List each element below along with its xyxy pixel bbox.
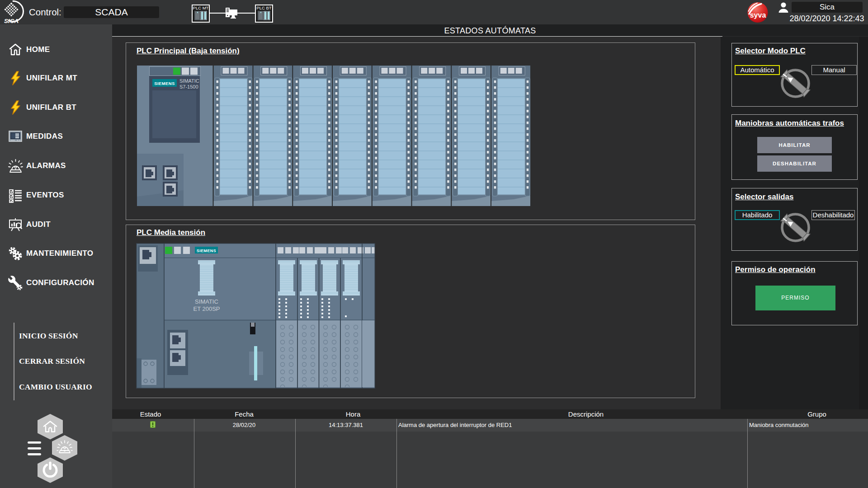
svg-text:SIMATIC: SIMATIC bbox=[195, 298, 218, 305]
svg-text:SIEMENS: SIEMENS bbox=[197, 249, 216, 253]
svg-text:ET 200SP: ET 200SP bbox=[193, 305, 220, 312]
svg-text:SIEMENS: SIEMENS bbox=[154, 81, 175, 86]
svg-text:PLC BT: PLC BT bbox=[256, 5, 271, 10]
svg-text:PLC MT: PLC MT bbox=[193, 5, 209, 10]
svg-text:SIMATIC: SIMATIC bbox=[179, 78, 199, 84]
svg-text:SICA: SICA bbox=[4, 18, 19, 24]
svg-text:syva: syva bbox=[750, 11, 766, 19]
svg-text:S7-1500: S7-1500 bbox=[179, 84, 198, 89]
